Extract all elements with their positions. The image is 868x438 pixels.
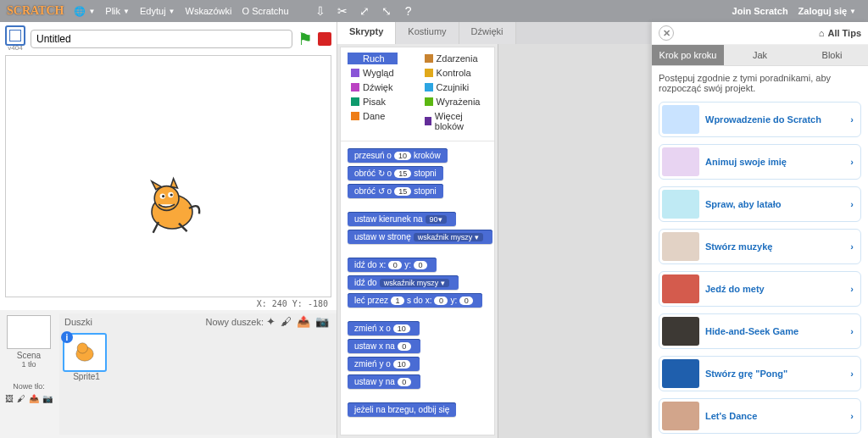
category-ruch[interactable]: Ruch <box>348 53 398 64</box>
guide-item[interactable]: Jedź do mety› <box>659 271 861 307</box>
sprite-info-icon[interactable]: i <box>61 331 73 343</box>
scene-count: 1 tło <box>3 360 54 369</box>
category-zdarzenia[interactable]: Zdarzenia <box>421 53 487 64</box>
all-tips-link[interactable]: All Tips <box>827 28 861 38</box>
duplicate-icon[interactable]: ⇩ <box>313 3 328 19</box>
tips-tab-how[interactable]: Jak <box>724 45 796 65</box>
stage[interactable] <box>5 55 331 297</box>
category-kontrola[interactable]: Kontrola <box>421 67 487 79</box>
block-glide[interactable]: leć przez1s do x:0y:0 <box>348 293 482 308</box>
sign-in-link[interactable]: Zaloguj się▼ <box>798 6 856 16</box>
block-set-x[interactable]: ustaw x na0 <box>348 339 420 353</box>
menu-file[interactable]: Plik▼ <box>105 6 130 16</box>
tab-costumes[interactable]: Kostiumy <box>396 22 459 44</box>
tips-panel: ✕ ⌂ All Tips Krok po kroku Jak Bloki Pos… <box>651 22 868 438</box>
svg-point-8 <box>77 343 87 353</box>
grow-icon[interactable]: ⤢ <box>357 3 372 19</box>
block-move-steps[interactable]: przesuń o10kroków <box>348 148 448 163</box>
category-wygląd[interactable]: Wygląd <box>348 67 398 79</box>
fullscreen-button[interactable] <box>5 25 25 46</box>
join-scratch-link[interactable]: Join Scratch <box>732 6 788 16</box>
guide-item[interactable]: Animuj swoje imię› <box>659 144 861 180</box>
category-wyrażenia[interactable]: Wyrażenia <box>421 96 487 108</box>
block-goto-xy[interactable]: idź do x:0y:0 <box>348 258 437 272</box>
block-turn-ccw[interactable]: obróć ↺ o15stopni <box>348 184 443 198</box>
category-dane[interactable]: Dane <box>348 110 398 122</box>
blocks-column: Skrypty Kostiumy Dźwięki RuchWyglądDźwię… <box>337 22 651 438</box>
backdrop-paint-icon[interactable]: 🖌 <box>17 394 25 403</box>
category-czujniki[interactable]: Czujniki <box>421 81 487 93</box>
block-turn-cw[interactable]: obróć ↻ o15stopni <box>348 166 443 180</box>
menu-about[interactable]: O Scratchu <box>242 6 289 16</box>
guide-item[interactable]: Wprowadzenie do Scratch› <box>659 102 861 137</box>
category-więcej-bloków[interactable]: Więcej bloków <box>421 110 487 132</box>
home-icon[interactable]: ⌂ <box>819 28 825 38</box>
sprite-library-icon[interactable]: ✦ <box>266 315 275 328</box>
block-goto-mouse[interactable]: idź dowskaźnik myszy ▾ <box>348 275 459 290</box>
project-title-input[interactable] <box>31 30 292 48</box>
mouse-coords: X: 240 Y: -180 <box>0 297 337 310</box>
guide-item[interactable]: Hide-and-Seek Game› <box>659 313 861 349</box>
block-change-x[interactable]: zmień x o10 <box>348 321 420 335</box>
svg-rect-0 <box>9 30 21 42</box>
backdrop-panel: Scena 1 tło Nowe tło: 🖼 🖌 📤 📷 <box>3 313 54 435</box>
tab-scripts[interactable]: Skrypty <box>337 22 396 44</box>
block-palette: RuchWyglądDźwiękPisakDane ZdarzeniaKontr… <box>340 47 495 435</box>
sprite-upload-icon[interactable]: 📤 <box>297 315 310 328</box>
svg-point-4 <box>162 195 164 197</box>
delete-icon[interactable]: ✂ <box>335 3 350 19</box>
tips-close-icon[interactable]: ✕ <box>659 25 674 41</box>
guide-item[interactable]: Spraw, aby latało› <box>659 186 861 222</box>
tab-sounds[interactable]: Dźwięki <box>459 22 516 44</box>
tips-tab-blocks[interactable]: Bloki <box>796 45 868 65</box>
menu-edit[interactable]: Edytuj▼ <box>140 6 175 16</box>
green-flag-button[interactable]: ⚑ <box>298 29 313 49</box>
editor-tabs: Skrypty Kostiumy Dźwięki <box>337 22 651 44</box>
scripts-workspace[interactable] <box>498 44 652 438</box>
fs-label: v404 <box>5 44 25 52</box>
stop-button[interactable] <box>318 32 331 46</box>
sprites-header: Duszki <box>64 317 92 327</box>
guide-item[interactable]: Stwórz muzykę› <box>659 229 861 264</box>
guide-item[interactable]: Let's Dance› <box>659 398 861 434</box>
top-menu-bar: SCRATCH 🌐▼ Plik▼ Edytuj▼ Wskazówki O Scr… <box>0 0 868 22</box>
block-point-towards[interactable]: ustaw w stronęwskaźnik myszy ▾ <box>348 230 492 244</box>
block-change-y[interactable]: zmień y o10 <box>348 357 420 371</box>
stage-column: v404 ⚑ X: 240 Y: -180 Scena <box>0 22 337 438</box>
tips-intro-text: Postępuj zgodnie z tymi poradnikami, aby… <box>659 73 861 93</box>
sprite-area: Duszki Nowy duszek: ✦ 🖌 📤 📷 i Sprite1 <box>59 313 337 435</box>
motion-blocks: przesuń o10kroków obróć ↻ o15stopni obró… <box>341 141 494 435</box>
scratch-cat-sprite[interactable] <box>138 175 206 242</box>
scene-label: Scena <box>3 351 54 360</box>
scratch-logo[interactable]: SCRATCH <box>7 4 64 18</box>
sprite-camera-icon[interactable]: 📷 <box>315 315 329 328</box>
new-backdrop-label: Nowe tło: <box>3 382 54 391</box>
backdrop-camera-icon[interactable]: 📷 <box>42 394 53 403</box>
shrink-icon[interactable]: ⤡ <box>379 3 394 19</box>
backdrop-upload-icon[interactable]: 📤 <box>29 394 39 403</box>
help-icon[interactable]: ? <box>401 3 416 19</box>
guide-item[interactable]: Stwórz grę "Pong"› <box>659 356 861 391</box>
category-dźwięk[interactable]: Dźwięk <box>348 81 398 93</box>
block-set-y[interactable]: ustaw y na0 <box>348 374 420 389</box>
category-pisak[interactable]: Pisak <box>348 96 398 108</box>
block-bounce-edge[interactable]: jeżeli na brzegu, odbij się <box>348 402 456 417</box>
block-point-direction[interactable]: ustaw kierunek na90▾ <box>348 212 456 226</box>
svg-point-6 <box>170 193 173 196</box>
sprite-item[interactable]: i Sprite1 <box>63 333 110 381</box>
globe-icon[interactable]: 🌐▼ <box>74 6 95 17</box>
new-sprite-label: Nowy duszek: <box>206 317 264 327</box>
tips-tab-step[interactable]: Krok po kroku <box>652 45 724 65</box>
backdrop-library-icon[interactable]: 🖼 <box>5 394 14 403</box>
sprite-name: Sprite1 <box>63 372 110 381</box>
menu-tips[interactable]: Wskazówki <box>186 6 232 16</box>
sprite-paint-icon[interactable]: 🖌 <box>281 315 292 328</box>
backdrop-thumb[interactable] <box>7 315 51 349</box>
